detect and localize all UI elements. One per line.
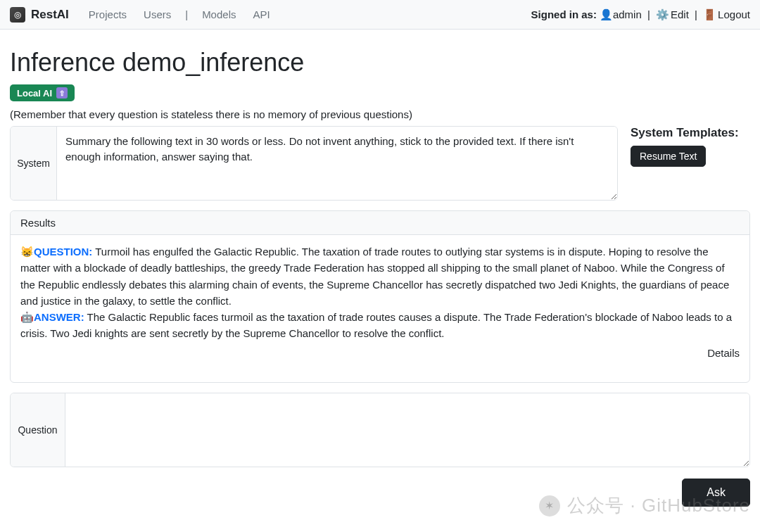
question-panel: Question xyxy=(10,393,750,467)
system-panel: System xyxy=(10,126,618,201)
nav-link-models[interactable]: Models xyxy=(195,6,243,23)
question-text: Turmoil has engulfed the Galactic Republ… xyxy=(20,246,729,307)
logout-label: Logout xyxy=(718,8,750,20)
nav-separator: | xyxy=(181,8,192,20)
question-emoji-icon: 😸 xyxy=(20,246,34,258)
edit-label: Edit xyxy=(671,8,689,20)
door-icon: 🚪 xyxy=(703,8,716,20)
badge-icon: ⇧ xyxy=(56,87,68,99)
question-label-cell: Question xyxy=(11,393,65,467)
badge-label: Local AI xyxy=(17,88,52,99)
nav-link-users[interactable]: Users xyxy=(137,6,178,23)
nav-sep: | xyxy=(692,8,700,20)
brand-name: RestAI xyxy=(31,8,69,22)
question-label: QUESTION: xyxy=(34,246,92,258)
logout-link[interactable]: 🚪Logout xyxy=(703,8,750,21)
details-link[interactable]: Details xyxy=(707,345,740,361)
results-header: Results xyxy=(11,211,749,235)
answer-text: The Galactic Republic faces turmoil as t… xyxy=(20,311,732,339)
brand-icon: ◎ xyxy=(10,7,25,23)
template-resume-text-button[interactable]: Resume Text xyxy=(631,146,706,167)
nav-right: Signed in as: 👤admin | ⚙️Edit | 🚪Logout xyxy=(531,8,750,21)
user-icon: 👤 xyxy=(600,8,613,20)
page-title: Inference demo_inference xyxy=(10,48,750,77)
user-name: admin xyxy=(613,8,642,20)
ask-button[interactable]: Ask xyxy=(682,479,750,507)
question-textarea[interactable] xyxy=(65,393,749,467)
results-body: 😸QUESTION: Turmoil has engulfed the Gala… xyxy=(11,235,749,382)
stateless-hint: (Remember that every question is statele… xyxy=(10,108,750,120)
templates-heading: System Templates: xyxy=(631,126,750,140)
system-label: System xyxy=(11,127,57,200)
brand[interactable]: ◎ RestAI xyxy=(10,7,69,23)
local-ai-badge: Local AI ⇧ xyxy=(10,84,75,101)
system-textarea[interactable] xyxy=(57,127,617,200)
answer-label: ANSWER: xyxy=(34,311,84,323)
navbar: ◎ RestAI Projects Users | Models API Sig… xyxy=(0,0,760,30)
user-chip[interactable]: 👤admin xyxy=(600,8,642,21)
nav-links: Projects Users | Models API xyxy=(82,6,277,23)
edit-link[interactable]: ⚙️Edit xyxy=(656,8,689,21)
answer-emoji-icon: 🤖 xyxy=(20,311,34,323)
signed-in-label: Signed in as: xyxy=(531,8,597,20)
nav-sep: | xyxy=(645,8,653,20)
nav-link-projects[interactable]: Projects xyxy=(82,6,134,23)
nav-link-api[interactable]: API xyxy=(246,6,277,23)
results-card: Results 😸QUESTION: Turmoil has engulfed … xyxy=(10,210,750,383)
gear-icon: ⚙️ xyxy=(656,8,669,20)
